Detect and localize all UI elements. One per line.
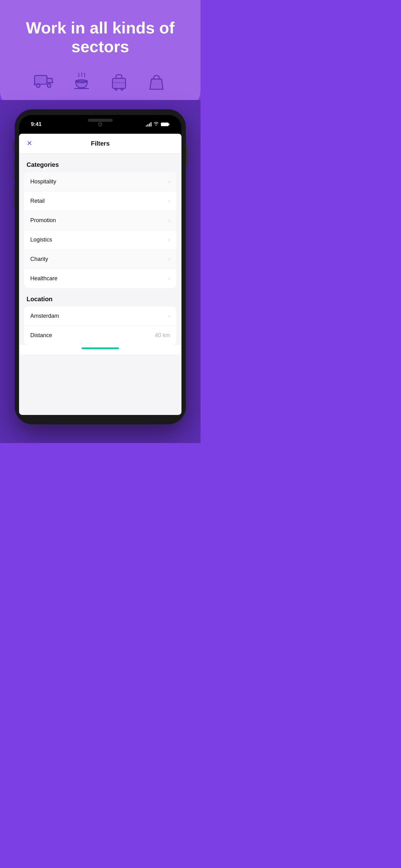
location-item-distance[interactable]: Distance 40 km — [24, 326, 176, 345]
battery-icon — [161, 122, 170, 127]
chevron-right-icon: › — [168, 217, 170, 224]
phone-notch: 9:41 — [19, 115, 181, 134]
svg-rect-12 — [169, 123, 170, 125]
front-camera — [98, 122, 102, 127]
signal-icon — [146, 122, 152, 127]
category-name-retail: Retail — [30, 198, 45, 204]
chevron-right-icon: › — [168, 237, 170, 243]
svg-rect-0 — [35, 75, 47, 84]
hero-title: Work in all kinds of sectors — [12, 19, 188, 56]
status-time: 9:41 — [31, 121, 41, 127]
category-name-promotion: Promotion — [30, 217, 56, 224]
category-name-logistics: Logistics — [30, 237, 52, 243]
volume-up-button — [13, 158, 14, 180]
home-indicator — [81, 347, 119, 349]
svg-point-2 — [47, 84, 51, 88]
wifi-icon — [153, 122, 159, 127]
location-value-distance: 40 km — [155, 332, 170, 339]
location-name-amsterdam: Amsterdam — [30, 313, 59, 319]
truck-icon — [32, 69, 57, 94]
svg-rect-7 — [112, 78, 126, 88]
category-item-promotion[interactable]: Promotion › — [24, 211, 176, 230]
status-icons — [146, 122, 170, 127]
chevron-right-icon: › — [168, 198, 170, 204]
category-item-retail[interactable]: Retail › — [24, 191, 176, 211]
power-button — [186, 147, 188, 165]
bottom-bar — [19, 345, 181, 354]
coffee-icon — [69, 69, 94, 94]
svg-point-9 — [115, 88, 117, 90]
category-item-hospitality[interactable]: Hospitality › — [24, 172, 176, 191]
categories-section-label: Categories — [19, 154, 181, 172]
silent-switch — [13, 141, 14, 153]
categories-list: Hospitality › Retail › Promotion › Logis… — [24, 172, 176, 288]
phone-screen: ✕ Filters Categories Hospitality › Retai… — [19, 134, 181, 415]
svg-rect-11 — [161, 123, 168, 126]
phone-frame: 9:41 — [15, 110, 186, 424]
svg-point-8 — [121, 88, 123, 90]
shopping-bag-icon — [144, 69, 169, 94]
bottom-section: 9:41 — [0, 100, 201, 443]
location-item-amsterdam[interactable]: Amsterdam › — [24, 307, 176, 326]
close-button[interactable]: ✕ — [27, 140, 32, 147]
category-name-charity: Charity — [30, 256, 48, 262]
filters-title: Filters — [91, 140, 110, 147]
location-name-distance: Distance — [30, 332, 52, 339]
luggage-icon — [106, 69, 132, 94]
chevron-right-icon: › — [168, 256, 170, 262]
svg-point-5 — [75, 80, 87, 83]
location-list: Amsterdam › Distance 40 km — [24, 307, 176, 345]
chevron-right-icon: › — [168, 313, 170, 319]
chevron-right-icon: › — [168, 275, 170, 282]
category-item-logistics[interactable]: Logistics › — [24, 230, 176, 250]
location-section-label: Location — [19, 288, 181, 307]
hero-section: Work in all kinds of sectors — [0, 0, 201, 110]
chevron-right-icon: › — [168, 178, 170, 185]
category-item-charity[interactable]: Charity › — [24, 250, 176, 269]
sector-icons-row — [12, 69, 188, 94]
svg-point-1 — [37, 84, 40, 88]
category-item-healthcare[interactable]: Healthcare › — [24, 269, 176, 288]
filters-header: ✕ Filters — [19, 134, 181, 154]
volume-down-button — [13, 184, 14, 206]
category-name-healthcare: Healthcare — [30, 275, 58, 282]
category-name-hospitality: Hospitality — [30, 178, 56, 185]
